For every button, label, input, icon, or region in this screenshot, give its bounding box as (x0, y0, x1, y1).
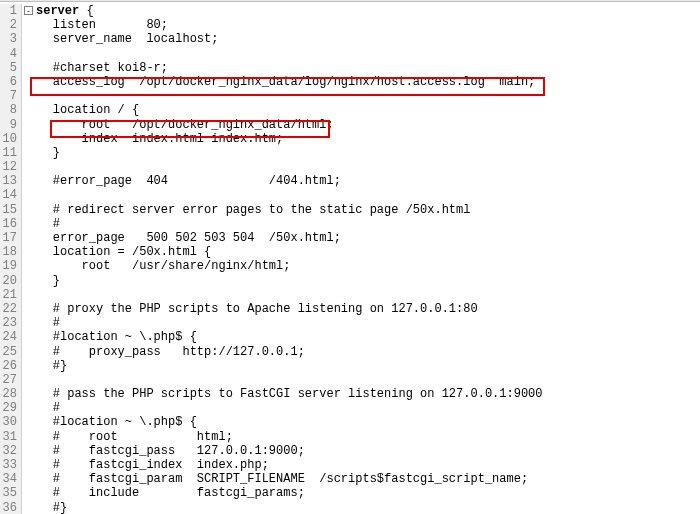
line-content[interactable]: #} (22, 359, 67, 373)
line-number: 9 (0, 118, 22, 132)
line-content[interactable]: # fastcgi_pass 127.0.0.1:9000; (22, 444, 305, 458)
line-content[interactable]: # fastcgi_param SCRIPT_FILENAME /scripts… (22, 472, 528, 486)
line-number: 32 (0, 444, 22, 458)
line-content[interactable]: # include fastcgi_params; (22, 486, 305, 500)
code-line[interactable]: 21 (0, 288, 700, 302)
line-content[interactable]: } (22, 146, 60, 160)
code-line[interactable]: 10 index index.html index.htm; (0, 132, 700, 146)
line-number: 10 (0, 132, 22, 146)
line-content[interactable]: # pass the PHP scripts to FastCGI server… (22, 387, 542, 401)
code-line[interactable]: 36 #} (0, 501, 700, 514)
line-content[interactable]: location = /50x.html { (22, 245, 211, 259)
line-number: 19 (0, 259, 22, 273)
line-content[interactable]: # (22, 316, 60, 330)
code-line[interactable]: 22 # proxy the PHP scripts to Apache lis… (0, 302, 700, 316)
line-number: 29 (0, 401, 22, 415)
code-line[interactable]: 19 root /usr/share/nginx/html; (0, 259, 700, 273)
line-number: 26 (0, 359, 22, 373)
code-line[interactable]: 15 # redirect server error pages to the … (0, 203, 700, 217)
line-content[interactable]: # redirect server error pages to the sta… (22, 203, 470, 217)
line-content[interactable]: #error_page 404 /404.html; (22, 174, 341, 188)
line-content[interactable]: access_log /opt/docker_nginx_data/log/ng… (22, 75, 535, 89)
code-line[interactable]: 5 #charset koi8-r; (0, 61, 700, 75)
code-line[interactable]: 31 # root html; (0, 430, 700, 444)
line-number: 1 (0, 4, 22, 18)
code-line[interactable]: 28 # pass the PHP scripts to FastCGI ser… (0, 387, 700, 401)
line-content[interactable]: # proxy the PHP scripts to Apache listen… (22, 302, 478, 316)
code-line[interactable]: 35 # include fastcgi_params; (0, 486, 700, 500)
code-line[interactable]: 1-server { (0, 4, 700, 18)
code-line[interactable]: 14 (0, 188, 700, 202)
line-number: 30 (0, 415, 22, 429)
line-number: 5 (0, 61, 22, 75)
line-content[interactable] (22, 373, 24, 387)
code-editor[interactable]: 1-server {2 listen 80;3 server_name loca… (0, 2, 700, 514)
line-number: 13 (0, 174, 22, 188)
line-number: 35 (0, 486, 22, 500)
code-line[interactable]: 3 server_name localhost; (0, 32, 700, 46)
line-number: 36 (0, 501, 22, 514)
code-line[interactable]: 33 # fastcgi_index index.php; (0, 458, 700, 472)
line-content[interactable]: location / { (22, 103, 139, 117)
line-number: 8 (0, 103, 22, 117)
code-line[interactable]: 7 (0, 89, 700, 103)
code-line[interactable]: 4 (0, 47, 700, 61)
line-number: 4 (0, 47, 22, 61)
line-content[interactable]: # (22, 217, 60, 231)
line-content[interactable] (22, 47, 24, 61)
line-content[interactable]: } (22, 274, 60, 288)
line-number: 2 (0, 18, 22, 32)
line-content[interactable]: listen 80; (22, 18, 168, 32)
line-content[interactable]: #location ~ \.php$ { (22, 330, 197, 344)
line-number: 24 (0, 330, 22, 344)
code-line[interactable]: 17 error_page 500 502 503 504 /50x.html; (0, 231, 700, 245)
code-line[interactable]: 2 listen 80; (0, 18, 700, 32)
line-content[interactable]: #location ~ \.php$ { (22, 415, 197, 429)
line-number: 11 (0, 146, 22, 160)
code-line[interactable]: 25 # proxy_pass http://127.0.0.1; (0, 345, 700, 359)
line-content[interactable]: error_page 500 502 503 504 /50x.html; (22, 231, 341, 245)
code-line[interactable]: 6 access_log /opt/docker_nginx_data/log/… (0, 75, 700, 89)
line-content[interactable]: server { (22, 4, 94, 18)
line-content[interactable]: # (22, 401, 60, 415)
line-content[interactable]: # fastcgi_index index.php; (22, 458, 269, 472)
line-number: 15 (0, 203, 22, 217)
line-number: 14 (0, 188, 22, 202)
code-line[interactable]: 29 # (0, 401, 700, 415)
code-line[interactable]: 30 #location ~ \.php$ { (0, 415, 700, 429)
line-content[interactable]: # proxy_pass http://127.0.0.1; (22, 345, 305, 359)
line-number: 28 (0, 387, 22, 401)
line-content[interactable]: index index.html index.htm; (22, 132, 283, 146)
line-number: 3 (0, 32, 22, 46)
code-line[interactable]: 24 #location ~ \.php$ { (0, 330, 700, 344)
code-line[interactable]: 13 #error_page 404 /404.html; (0, 174, 700, 188)
line-content[interactable]: server_name localhost; (22, 32, 218, 46)
line-number: 23 (0, 316, 22, 330)
code-line[interactable]: 9 root /opt/docker_nginx_data/html; (0, 118, 700, 132)
code-line[interactable]: 8 location / { (0, 103, 700, 117)
code-line[interactable]: 23 # (0, 316, 700, 330)
code-line[interactable]: 12 (0, 160, 700, 174)
line-number: 34 (0, 472, 22, 486)
code-line[interactable]: 32 # fastcgi_pass 127.0.0.1:9000; (0, 444, 700, 458)
code-line[interactable]: 20 } (0, 274, 700, 288)
code-line[interactable]: 18 location = /50x.html { (0, 245, 700, 259)
code-line[interactable]: 26 #} (0, 359, 700, 373)
line-number: 22 (0, 302, 22, 316)
line-content[interactable]: #} (22, 501, 67, 514)
line-content[interactable] (22, 288, 24, 302)
line-content[interactable]: #charset koi8-r; (22, 61, 168, 75)
code-line[interactable]: 11 } (0, 146, 700, 160)
line-number: 20 (0, 274, 22, 288)
code-line[interactable]: 34 # fastcgi_param SCRIPT_FILENAME /scri… (0, 472, 700, 486)
line-content[interactable] (22, 89, 24, 103)
line-content[interactable] (22, 160, 24, 174)
code-line[interactable]: 16 # (0, 217, 700, 231)
line-content[interactable]: root /opt/docker_nginx_data/html; (22, 118, 334, 132)
code-line[interactable]: 27 (0, 373, 700, 387)
line-number: 7 (0, 89, 22, 103)
line-content[interactable]: # root html; (22, 430, 233, 444)
line-content[interactable]: root /usr/share/nginx/html; (22, 259, 290, 273)
line-content[interactable] (22, 188, 24, 202)
line-number: 12 (0, 160, 22, 174)
